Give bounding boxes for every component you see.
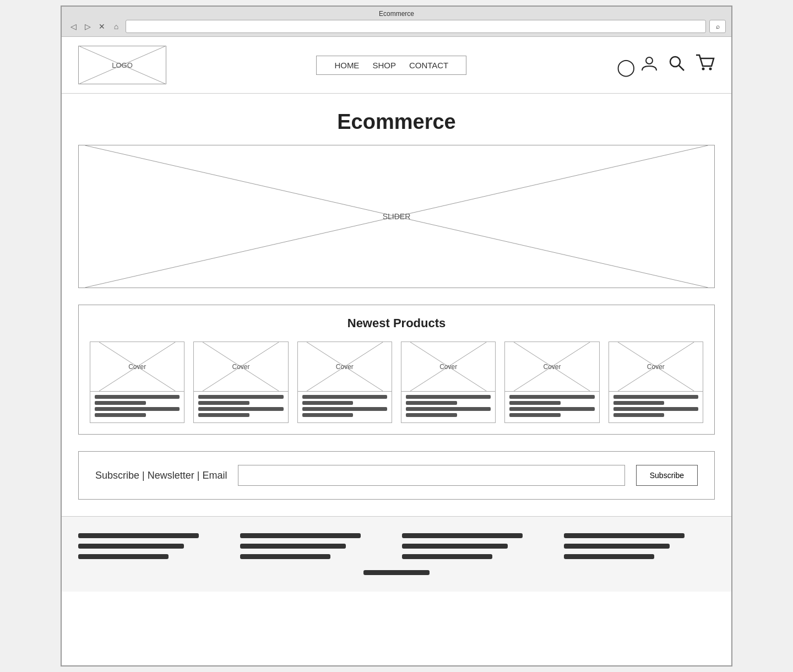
product-cover: Cover [505,342,599,392]
product-text-4 [302,413,354,417]
footer-link [78,533,199,538]
product-text-2 [509,401,561,405]
footer-link [240,544,346,549]
product-text-1 [198,395,283,399]
footer-col-1 [78,533,229,559]
product-cover: Cover [298,342,392,392]
nav-item-home[interactable]: HOME [334,61,359,70]
footer-col-2 [240,533,391,559]
product-card[interactable]: Cover [401,342,496,423]
footer-link [564,533,685,538]
page-title: Ecommerce [62,94,731,145]
product-text-2 [406,401,457,405]
footer-link [564,544,670,549]
product-text-3 [406,407,491,411]
product-info [401,392,495,422]
close-button[interactable]: ✕ [96,20,108,32]
address-bar[interactable] [126,20,706,33]
browser-window: Ecommerce ◁ ▷ ✕ ⌂ ⌕ LOGO [61,6,732,666]
product-info [505,392,599,422]
browser-toolbar: ◁ ▷ ✕ ⌂ ⌕ [67,20,726,33]
product-text-3 [95,407,180,411]
newsletter-label: Subscribe | Newsletter | Email [95,470,227,481]
logo[interactable]: LOGO [78,46,166,84]
product-text-2 [302,401,354,405]
footer-link [402,533,523,538]
product-card[interactable]: Cover [297,342,392,423]
cover-label: Cover [439,363,457,371]
header-icons: ◯ [617,54,715,77]
product-text-3 [302,407,387,411]
forward-button[interactable]: ▷ [82,20,94,32]
product-info [298,392,392,422]
products-grid: Cover Co [90,342,703,423]
newsletter-section: Subscribe | Newsletter | Email Subscribe [78,451,715,500]
product-text-1 [509,395,594,399]
cart-icon[interactable] [695,54,715,77]
product-info [194,392,287,422]
nav-item-shop[interactable]: SHOP [372,61,396,70]
products-title: Newest Products [90,316,703,330]
product-text-4 [509,413,561,417]
footer-link [240,533,361,538]
footer-link [78,554,169,559]
product-text-3 [198,407,283,411]
product-card[interactable]: Cover [193,342,288,423]
home-button[interactable]: ⌂ [110,20,122,32]
user-icon[interactable]: ◯ [617,54,659,77]
newsletter-email-input[interactable] [238,465,624,486]
footer-link [564,554,654,559]
site-footer [62,516,731,592]
cover-label: Cover [232,363,249,371]
svg-point-6 [709,67,712,70]
page-tab-title: Ecommerce [379,10,414,18]
product-text-2 [95,401,146,405]
browser-search-icon[interactable]: ⌕ [709,20,726,33]
product-cover: Cover [609,342,703,392]
nav-buttons: ◁ ▷ ✕ ⌂ [67,20,122,32]
subscribe-button[interactable]: Subscribe [636,465,698,486]
product-card[interactable]: Cover [90,342,184,423]
footer-link [78,544,184,549]
search-icon[interactable] [667,54,686,77]
nav-item-contact[interactable]: CONTACT [409,61,448,70]
product-cover: Cover [401,342,495,392]
product-info [609,392,703,422]
logo-label: LOGO [112,61,133,69]
product-card[interactable]: Cover [609,342,703,423]
page-content: LOGO HOME SHOP CONTACT ◯ [62,37,731,665]
footer-col-3 [402,533,553,559]
product-text-3 [613,407,698,411]
back-button[interactable]: ◁ [67,20,79,32]
product-cover: Cover [194,342,287,392]
cover-label: Cover [336,363,354,371]
svg-point-3 [670,57,680,67]
product-text-1 [613,395,698,399]
product-text-2 [198,401,249,405]
footer-link [240,554,330,559]
slider-label: SLIDER [383,212,411,221]
footer-link [402,554,492,559]
product-text-4 [613,413,665,417]
products-section: Newest Products Cover [78,305,715,435]
footer-col-4 [564,533,715,559]
browser-chrome: Ecommerce ◁ ▷ ✕ ⌂ ⌕ [62,7,731,37]
footer-grid [78,533,715,559]
main-nav: HOME SHOP CONTACT [316,56,466,75]
svg-point-5 [702,67,705,70]
product-text-1 [95,395,180,399]
footer-copyright [363,570,430,575]
product-text-3 [509,407,594,411]
product-info [90,392,184,422]
svg-point-2 [646,57,653,64]
product-text-4 [198,413,249,417]
slider-section: SLIDER [78,145,715,288]
site-header: LOGO HOME SHOP CONTACT ◯ [62,37,731,94]
footer-bottom [78,570,715,575]
product-text-2 [613,401,665,405]
product-card[interactable]: Cover [504,342,599,423]
svg-line-4 [679,66,684,71]
product-cover: Cover [90,342,184,392]
product-text-4 [406,413,457,417]
browser-title: Ecommerce [67,10,726,18]
